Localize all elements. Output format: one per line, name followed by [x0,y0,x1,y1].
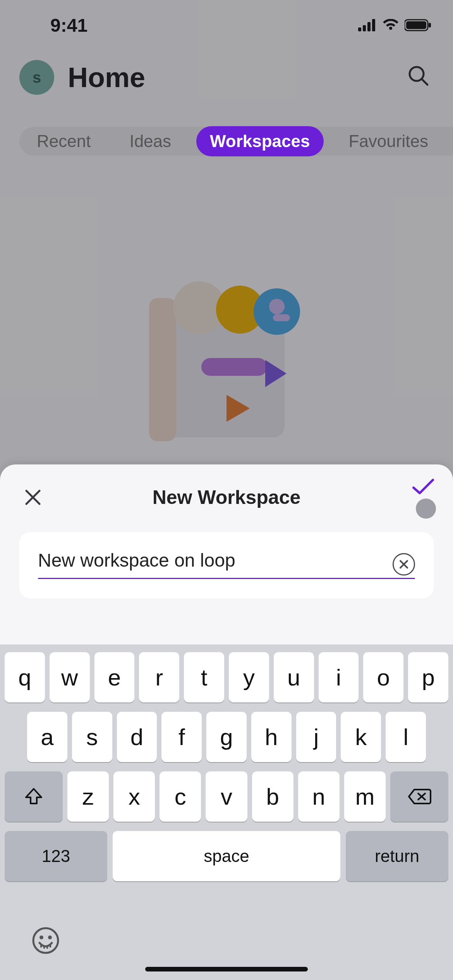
tabs-bar: RecentIdeasWorkspacesFavourites [19,124,453,159]
key-g[interactable]: g [206,712,247,762]
emoji-button[interactable] [31,926,62,957]
svg-point-24 [39,935,43,939]
keyboard-row-1: qwertyuiop [5,652,448,702]
key-a[interactable]: a [27,712,67,762]
key-b[interactable]: b [252,771,293,822]
new-workspace-sheet: New Workspace [0,464,453,659]
check-icon [411,478,435,496]
tab-recent[interactable]: Recent [23,126,104,156]
key-n[interactable]: n [298,771,340,822]
key-t[interactable]: t [184,652,224,702]
confirm-button[interactable] [407,480,434,515]
key-q[interactable]: q [5,652,45,702]
key-l[interactable]: l [386,712,426,762]
confirm-dot [416,499,436,519]
tab-ideas[interactable]: Ideas [116,126,185,156]
keyboard-row-2: asdfghjkl [5,712,448,762]
key-m[interactable]: m [344,771,386,822]
space-key[interactable]: space [113,831,340,881]
key-h[interactable]: h [251,712,292,762]
key-e[interactable]: e [94,652,135,702]
key-v[interactable]: v [206,771,247,822]
key-y[interactable]: y [229,652,269,702]
software-keyboard: qwertyuiop asdfghjkl zxcvbnm 123 space r… [0,644,453,980]
key-p[interactable]: p [408,652,448,702]
return-key[interactable]: return [346,831,448,881]
key-s[interactable]: s [72,712,112,762]
keyboard-row-3: zxcvbnm [5,771,448,822]
shift-icon [24,786,44,807]
key-u[interactable]: u [274,652,314,702]
numeric-key[interactable]: 123 [5,831,107,881]
key-c[interactable]: c [160,771,201,822]
key-w[interactable]: w [50,652,90,702]
tab-workspaces[interactable]: Workspaces [196,126,323,156]
svg-point-25 [48,935,52,939]
backspace-key[interactable] [390,771,448,822]
input-underline [38,578,415,579]
sheet-header: New Workspace [19,480,434,515]
close-icon [23,488,43,507]
key-o[interactable]: o [363,652,403,702]
workspace-name-card [19,532,434,598]
key-f[interactable]: f [161,712,202,762]
key-r[interactable]: r [139,652,179,702]
svg-point-23 [33,928,58,953]
close-button[interactable] [19,484,46,511]
clear-input-button[interactable] [393,553,415,576]
keyboard-row-bottom: 123 space return [5,831,448,881]
emoji-icon [31,926,60,955]
sheet-title: New Workspace [46,486,407,509]
keyboard-footer [0,914,453,968]
tab-favourites[interactable]: Favourites [335,126,442,156]
key-z[interactable]: z [67,771,109,822]
key-j[interactable]: j [296,712,336,762]
key-k[interactable]: k [341,712,381,762]
key-i[interactable]: i [319,652,359,702]
key-d[interactable]: d [117,712,157,762]
key-x[interactable]: x [113,771,155,822]
backspace-icon [407,788,431,805]
workspace-name-input[interactable] [38,550,383,579]
clear-icon [398,559,409,570]
home-indicator[interactable] [145,967,308,971]
workspace-name-row [38,550,415,579]
shift-key[interactable] [5,771,63,822]
